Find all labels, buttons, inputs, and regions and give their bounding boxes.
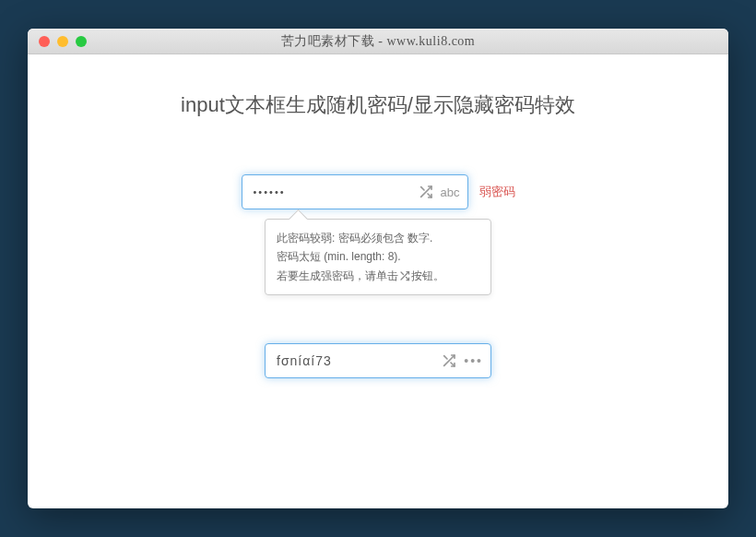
shuffle-icon[interactable] — [419, 185, 433, 199]
svg-line-8 — [444, 356, 447, 359]
toggle-visibility-2[interactable]: ••• — [464, 353, 483, 368]
close-button[interactable] — [39, 36, 50, 47]
password-field-group-2: ••• — [28, 343, 728, 378]
svg-line-2 — [420, 187, 423, 190]
minimize-button[interactable] — [57, 36, 68, 47]
tooltip-line-3: 若要生成强密码，请单击 按钮。 — [277, 267, 479, 285]
traffic-lights — [28, 36, 87, 47]
input-actions-1: abc — [419, 185, 460, 199]
content-area: input文本框生成随机密码/显示隐藏密码特效 abc 弱密码 — [28, 54, 728, 378]
tooltip-line-2: 密码太短 (min. length: 8). — [277, 247, 479, 266]
strength-indicator: 弱密码 — [479, 184, 515, 200]
password-input-2[interactable] — [277, 353, 442, 368]
password-tooltip: 此密码较弱: 密码必须包含 数字. 密码太短 (min. length: 8).… — [265, 219, 491, 295]
password-input-1[interactable] — [254, 186, 419, 197]
window-title: 苦力吧素材下载 - www.kuli8.com — [28, 33, 728, 50]
app-window: 苦力吧素材下载 - www.kuli8.com input文本框生成随机密码/显… — [28, 29, 728, 508]
input-actions-2: ••• — [442, 353, 483, 368]
password-input-wrapper-2: ••• — [265, 343, 491, 378]
shuffle-icon — [399, 270, 410, 281]
toggle-visibility-1[interactable]: abc — [441, 185, 460, 199]
maximize-button[interactable] — [76, 36, 87, 47]
tooltip-line-1: 此密码较弱: 密码必须包含 数字. — [277, 229, 479, 247]
shuffle-icon[interactable] — [442, 353, 456, 368]
titlebar: 苦力吧素材下载 - www.kuli8.com — [28, 29, 728, 54]
password-field-group-1: abc 弱密码 此密码较弱: 密码必须包含 数字. 密码太短 (min. len… — [28, 174, 728, 209]
password-input-wrapper-1: abc — [242, 174, 468, 209]
page-title: input文本框生成随机密码/显示隐藏密码特效 — [28, 91, 728, 119]
svg-line-5 — [401, 272, 404, 275]
